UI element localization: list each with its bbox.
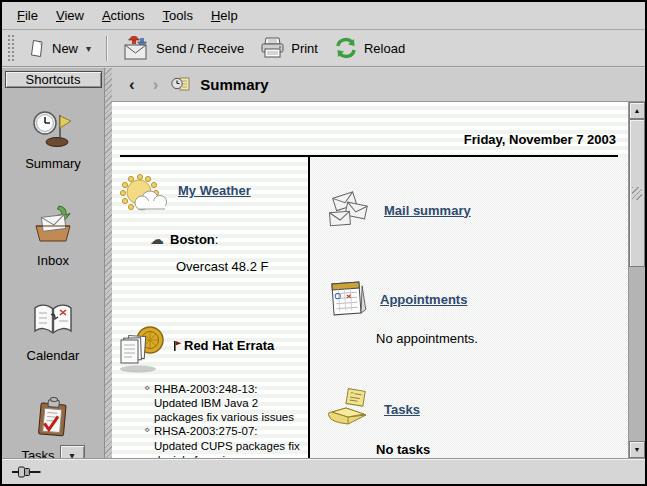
- main-area: Shortcuts Summary: [2, 68, 645, 458]
- new-icon: [30, 39, 46, 58]
- sidebar-item-tasks[interactable]: Tasks ▾: [21, 396, 84, 458]
- summary-header-icon: [171, 76, 190, 93]
- scrollbar-grip-icon: [632, 187, 642, 200]
- menu-bar: File View Actions Tools Help: [2, 2, 645, 30]
- view-title: Summary: [200, 76, 268, 93]
- sidebar-item-label: Inbox: [37, 253, 69, 268]
- shortcuts-group-button[interactable]: Shortcuts: [5, 71, 102, 88]
- send-receive-button[interactable]: Send / Receive: [115, 33, 252, 63]
- calendar-shortcut-icon: [31, 301, 75, 341]
- tasks-notes-icon: [326, 388, 372, 430]
- send-receive-icon: [123, 36, 150, 60]
- weather-condition: Overcast 48.2 F: [176, 259, 308, 274]
- weather-location: Boston: [170, 232, 215, 247]
- errata-icon: [116, 324, 168, 374]
- vertical-scrollbar: ▲ ▼: [628, 102, 645, 458]
- appointments-icon: [326, 279, 368, 319]
- errata-item[interactable]: ⋄RHSA-2003:275-07: Updated CUPS packages…: [144, 424, 302, 458]
- errata-title-row: Red Hat Errata: [173, 338, 274, 353]
- appointments-section: Appointments: [326, 279, 628, 319]
- print-button[interactable]: Print: [252, 34, 326, 62]
- weather-icon: [120, 171, 170, 219]
- appointments-link[interactable]: Appointments: [380, 292, 467, 307]
- new-button[interactable]: New ▾: [22, 36, 99, 61]
- menu-view[interactable]: View: [47, 3, 93, 28]
- tasks-section: Tasks: [326, 388, 628, 430]
- menu-actions[interactable]: Actions: [93, 3, 154, 28]
- weather-section: My Weather: [120, 171, 308, 219]
- new-dropdown-chevron-icon[interactable]: ▾: [86, 43, 91, 54]
- mail-summary-icon: [326, 189, 372, 231]
- online-status-icon[interactable]: [12, 466, 42, 478]
- scroll-down-icon: ▼: [634, 446, 641, 453]
- sidebar-item-label: Summary: [25, 156, 81, 171]
- summary-shortcut-icon: [32, 107, 74, 149]
- scrollbar-track[interactable]: [629, 267, 645, 441]
- weather-location-row: ☁ Boston:: [150, 231, 308, 247]
- summary-content: Friday, November 7 2003: [112, 102, 628, 458]
- appointments-empty-text: No appointments.: [376, 331, 628, 346]
- red-hat-icon: [173, 340, 182, 351]
- bullet-icon: ⋄: [144, 424, 150, 436]
- menu-tools[interactable]: Tools: [154, 3, 202, 28]
- forward-button: ›: [148, 75, 164, 95]
- errata-list: ⋄RHBA-2003:248-13: Updated IBM Java 2 pa…: [144, 382, 302, 458]
- sidebar-item-calendar[interactable]: Calendar: [27, 301, 80, 363]
- errata-title: Red Hat Errata: [184, 338, 274, 353]
- chevron-down-icon: ▾: [70, 450, 75, 458]
- current-date: Friday, November 7 2003: [112, 132, 616, 147]
- sidebar-item-label: Calendar: [27, 348, 80, 363]
- toolbar: New ▾ Send / Receive: [2, 30, 645, 67]
- tasks-shortcut-icon: [32, 396, 74, 438]
- summary-right-column: Mail summary: [310, 157, 628, 458]
- scroll-up-icon: ▲: [634, 107, 641, 114]
- menu-file[interactable]: File: [8, 3, 47, 28]
- inbox-shortcut-icon: [31, 204, 75, 246]
- errata-section: Red Hat Errata: [116, 324, 308, 374]
- shortcuts-sidebar: Shortcuts Summary: [2, 68, 105, 458]
- scroll-down-button[interactable]: ▼: [629, 441, 645, 458]
- content-wrap: Friday, November 7 2003: [112, 102, 645, 458]
- reload-button[interactable]: Reload: [326, 34, 413, 62]
- scroll-up-button[interactable]: ▲: [629, 102, 645, 119]
- mail-summary-link[interactable]: Mail summary: [384, 203, 471, 218]
- errata-item[interactable]: ⋄RHBA-2003:248-13: Updated IBM Java 2 pa…: [144, 382, 302, 424]
- cloud-condition-icon: ☁: [150, 231, 164, 247]
- view-header: ‹ › Summary: [112, 68, 645, 102]
- tasks-link[interactable]: Tasks: [384, 402, 420, 417]
- bullet-icon: ⋄: [144, 382, 150, 394]
- scrollbar-thumb[interactable]: [629, 119, 645, 267]
- reload-icon: [334, 37, 358, 59]
- status-bar: [2, 458, 645, 484]
- summary-left-column: My Weather ☁ Boston: Overcast 48.2 F: [112, 157, 308, 458]
- sidebar-item-inbox[interactable]: Inbox: [31, 204, 75, 268]
- evolution-window: File View Actions Tools Help New ▾: [0, 0, 647, 486]
- toolbar-drag-handle[interactable]: [7, 34, 15, 62]
- print-icon: [260, 37, 285, 59]
- sidebar-resize-handle[interactable]: [105, 68, 112, 458]
- mail-summary-section: Mail summary: [326, 189, 628, 231]
- my-weather-link[interactable]: My Weather: [178, 183, 251, 198]
- menu-help[interactable]: Help: [202, 3, 247, 28]
- sidebar-item-summary[interactable]: Summary: [25, 107, 81, 171]
- tasks-empty-text: No tasks: [376, 442, 628, 457]
- summary-pane: ‹ › Summary Friday, November 7 2003: [112, 68, 645, 458]
- back-button[interactable]: ‹: [124, 75, 140, 95]
- toolbar-separator: [106, 36, 108, 61]
- sidebar-item-label: Tasks: [21, 448, 54, 458]
- shortcut-group-dropdown-button[interactable]: ▾: [60, 445, 85, 458]
